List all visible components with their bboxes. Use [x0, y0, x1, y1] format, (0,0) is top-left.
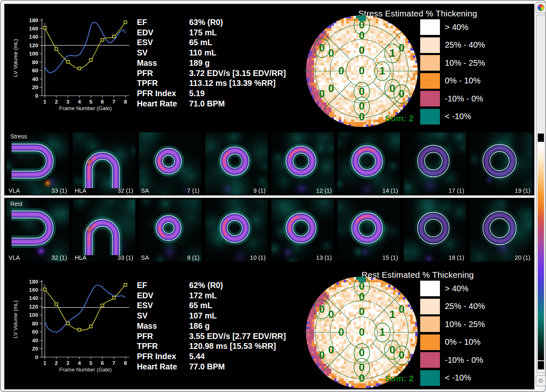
slice-tile-sa-3[interactable]: 10 (1): [205, 199, 268, 262]
legend-swatch: [420, 281, 440, 296]
measurement-row-tpfr: TPFR120.98 ms [15.53 %RR]: [137, 341, 276, 350]
slice-frame-label: 10 (1): [250, 254, 266, 261]
measurement-row-sv: SV107 mL: [137, 311, 217, 320]
slice-tile-sa-5[interactable]: 15 (1): [338, 199, 400, 262]
slice-image[interactable]: [470, 199, 532, 262]
slice-tile-sa-6[interactable]: 17 (1): [404, 132, 466, 195]
rest-row-label: Rest: [10, 201, 23, 207]
svg-text:3: 3: [66, 99, 69, 105]
volume-marker: [44, 288, 46, 291]
slice-image[interactable]: [7, 199, 69, 262]
rest-sum-score: Sum: 2: [372, 374, 426, 383]
legend-row: > 40%: [420, 281, 535, 296]
legend-label: > 40%: [445, 284, 468, 293]
slice-image[interactable]: [338, 132, 400, 195]
slice-frame-label: 12 (1): [316, 187, 332, 194]
slice-image[interactable]: [404, 132, 466, 195]
legend-label: > 40%: [445, 23, 468, 32]
slice-tile-sa-4[interactable]: 12 (1): [271, 132, 334, 195]
slice-tile-hla[interactable]: HLA32 (1): [73, 132, 135, 195]
measurement-value: 63% (R0): [189, 18, 223, 27]
measurement-row-pfr: PFR3.55 EDV/s [2.77 EDV/RR]: [137, 332, 286, 341]
legend-row: < -10%: [420, 109, 535, 125]
slice-image[interactable]: [139, 132, 201, 195]
svg-text:180: 180: [29, 279, 38, 285]
volume-marker: [67, 322, 69, 325]
color-scale-track[interactable]: [536, 15, 546, 373]
color-scale-gradient[interactable]: [538, 143, 544, 360]
measurement-row-pfr-index: PFR Index5.19: [137, 89, 205, 98]
volume-marker: [90, 59, 93, 62]
slice-image[interactable]: [404, 199, 466, 262]
legend-row: 0% - 10%: [420, 73, 535, 89]
svg-text:8: 8: [124, 360, 127, 366]
stress-thickening-legend: > 40%25% - 40%10% - 25%0% - 10%-10% - 0%…: [420, 19, 535, 127]
legend-row: -10% - 0%: [420, 352, 535, 368]
legend-swatch: [420, 334, 440, 350]
slice-view-label: HLA: [75, 187, 86, 194]
measurement-label: TPFR: [137, 341, 189, 351]
slice-image[interactable]: [271, 199, 334, 262]
svg-text:100: 100: [29, 51, 38, 57]
palette-button[interactable]: [536, 2, 546, 13]
svg-text:1: 1: [43, 99, 46, 105]
slice-image[interactable]: [7, 132, 69, 195]
slice-tile-sa-7[interactable]: 20 (1): [470, 199, 532, 262]
measurement-label: ESV: [137, 38, 189, 47]
y-axis-label: LV Volume (mL): [12, 300, 19, 338]
legend-label: 10% - 25%: [445, 320, 485, 329]
settings-icon: ⚙: [538, 378, 544, 384]
scale-lower-marker[interactable]: [538, 361, 544, 369]
svg-text:100: 100: [29, 312, 38, 318]
slice-image[interactable]: [470, 132, 532, 195]
volume-marker: [124, 284, 127, 286]
slice-image[interactable]: [73, 199, 135, 262]
measurement-label: Heart Rate: [137, 99, 189, 108]
volume-marker: [101, 304, 104, 307]
slice-tile-sa[interactable]: SA7 (1): [139, 132, 201, 195]
rest-thickening-polar-map[interactable]: [304, 275, 419, 390]
svg-text:6: 6: [101, 99, 104, 105]
slice-tile-sa-7[interactable]: 19 (1): [470, 132, 532, 195]
slice-frame-label: 15 (1): [382, 254, 398, 261]
svg-text:5: 5: [89, 99, 93, 105]
volume-marker: [44, 26, 46, 29]
slice-image[interactable]: [271, 132, 334, 195]
rest-thickening-legend: > 40%25% - 40%10% - 25%0% - 10%-10% - 0%…: [420, 281, 535, 388]
measurement-row-sv: SV110 mL: [137, 48, 216, 57]
slice-image[interactable]: [73, 132, 135, 195]
stress-sum-score: Sum: 2: [372, 113, 426, 123]
slice-image[interactable]: [338, 199, 400, 262]
volume-marker: [55, 303, 58, 306]
slice-tile-vla[interactable]: VLA33 (1): [7, 132, 69, 195]
scale-upper-marker[interactable]: [538, 134, 544, 142]
measurement-value: 5.44: [189, 352, 205, 361]
legend-row: 25% - 40%: [420, 37, 535, 53]
measurement-value: 110 mL: [189, 48, 216, 57]
measurement-label: PFR Index: [137, 352, 189, 361]
svg-text:1: 1: [43, 360, 46, 366]
measurement-value: 3.72 EDV/s [3.15 EDV/RR]: [189, 69, 286, 78]
slice-frame-label: 14 (1): [382, 187, 398, 194]
qgs-gated-spect-window: 02040608010012014016018012345678Frame Nu…: [0, 0, 546, 392]
svg-text:120: 120: [29, 42, 38, 48]
slice-tile-sa-3[interactable]: 9 (1): [205, 132, 268, 195]
slice-image[interactable]: [205, 132, 268, 195]
svg-text:0: 0: [35, 354, 38, 360]
measurement-label: SV: [137, 48, 189, 58]
tools-button[interactable]: ⚙: [536, 375, 546, 386]
stress-thickening-polar-map[interactable]: [304, 14, 419, 129]
measurement-row-mass: Mass189 g: [137, 58, 210, 67]
slice-tile-sa-5[interactable]: 14 (1): [338, 132, 400, 195]
svg-text:4: 4: [78, 360, 81, 366]
slice-tile-sa[interactable]: SA8 (1): [139, 199, 201, 262]
volume-marker: [113, 296, 116, 299]
slice-image[interactable]: [205, 199, 268, 262]
legend-row: 0% - 10%: [420, 334, 535, 350]
slice-tile-hla[interactable]: HLA33 (1): [73, 199, 135, 262]
slice-tile-sa-4[interactable]: 13 (1): [271, 199, 334, 262]
slice-image[interactable]: [139, 199, 201, 262]
slice-tile-vla[interactable]: VLA32 (1): [7, 199, 69, 262]
slice-tile-sa-6[interactable]: 18 (1): [404, 199, 466, 262]
volume-marker: [90, 325, 93, 328]
